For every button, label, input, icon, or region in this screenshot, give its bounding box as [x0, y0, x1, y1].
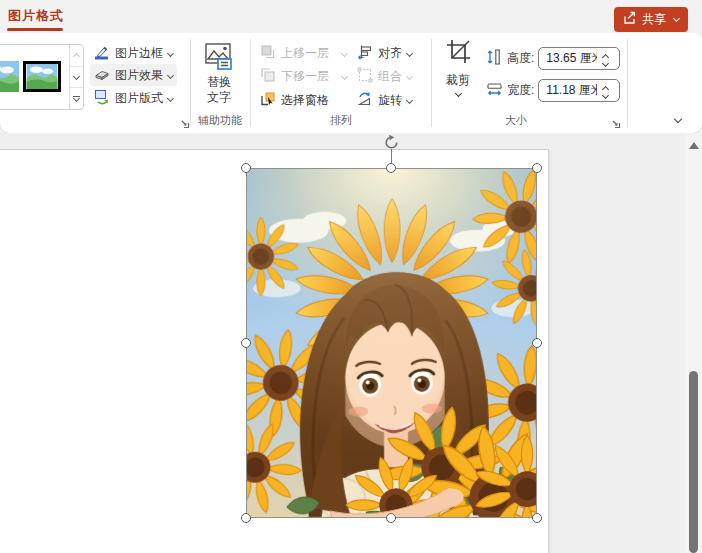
width-icon	[486, 80, 503, 101]
chevron-down-icon	[167, 94, 174, 101]
resize-handle-bottom-right[interactable]	[532, 513, 542, 523]
height-field-row: 高度:	[486, 47, 620, 70]
arrange-group-label: 排列	[310, 113, 372, 129]
gallery-scroll-down-button[interactable]	[70, 66, 83, 88]
chevron-down-icon	[73, 95, 80, 102]
align-icon	[357, 44, 373, 63]
height-spinner	[597, 52, 613, 66]
width-spinbox	[538, 79, 620, 102]
alt-text-image-icon	[204, 42, 234, 75]
resize-handle-top-left[interactable]	[241, 163, 251, 173]
picture-border-button[interactable]: 图片边框	[90, 42, 177, 64]
width-spinner	[597, 84, 613, 98]
width-label: 宽度:	[507, 82, 534, 99]
height-label: 高度:	[507, 50, 534, 67]
height-spinbox	[538, 47, 620, 70]
share-icon	[623, 11, 637, 28]
chevron-down-icon	[73, 72, 80, 79]
alt-text-label-line2: 文字	[207, 90, 231, 105]
picture-border-pen-icon	[94, 44, 110, 63]
collapse-ribbon-button[interactable]	[671, 113, 685, 127]
group-objects-icon	[357, 67, 373, 86]
rotate-label: 旋转	[378, 92, 402, 109]
alt-text-button[interactable]: 替换 文字	[196, 42, 242, 105]
picture-styles-gallery	[0, 44, 84, 110]
size-dialog-launcher[interactable]	[610, 115, 621, 126]
group-separator	[431, 39, 432, 127]
picture-layout-icon	[94, 89, 110, 108]
chevron-down-icon	[341, 49, 348, 56]
chevron-down-icon	[406, 72, 413, 79]
resize-handle-top-right[interactable]	[532, 163, 542, 173]
height-icon	[486, 48, 503, 69]
alt-text-label-line1: 替换	[207, 75, 231, 90]
bring-forward-button[interactable]: 上移一层	[256, 42, 351, 64]
group-separator	[250, 39, 251, 127]
chevron-down-icon	[674, 114, 682, 122]
group-label-text: 组合	[378, 68, 402, 85]
rotate-icon	[357, 91, 373, 110]
selected-picture[interactable]	[246, 168, 537, 518]
resize-handle-bottom-left[interactable]	[241, 513, 251, 523]
crop-icon	[445, 38, 472, 69]
ribbon: 图片边框 图片效果 图片版式 替换 文字 辅助功能 上移一层	[0, 33, 702, 133]
rotate-button[interactable]: 旋转	[353, 89, 416, 111]
group-separator	[190, 39, 191, 127]
gallery-more-button[interactable]	[70, 87, 83, 109]
send-backward-button[interactable]: 下移一层	[256, 65, 351, 87]
width-field-row: 宽度:	[486, 79, 620, 102]
picture-effects-label: 图片效果	[115, 67, 163, 84]
share-button[interactable]: 共享	[614, 7, 688, 32]
chevron-down-icon	[454, 90, 461, 97]
resize-handle-middle-left[interactable]	[241, 338, 251, 348]
gallery-scroll-controls	[69, 45, 83, 109]
resize-handle-middle-right[interactable]	[532, 338, 542, 348]
group-button[interactable]: 组合	[353, 65, 416, 87]
size-group-label: 大小	[486, 113, 546, 129]
crop-button[interactable]: 裁剪	[438, 38, 478, 96]
share-dropdown-chevron-icon[interactable]	[673, 15, 680, 22]
rotation-handle-icon[interactable]	[383, 134, 400, 151]
selection-pane-button[interactable]: 选择窗格	[256, 89, 333, 111]
gallery-scroll-up-button[interactable]	[70, 45, 83, 66]
picture-style-thumbnail-framed[interactable]	[23, 61, 61, 92]
tab-picture-format[interactable]: 图片格式	[8, 7, 64, 25]
share-label: 共享	[642, 11, 666, 28]
spinner-down-icon[interactable]	[602, 91, 609, 98]
width-input[interactable]	[539, 84, 597, 98]
align-label: 对齐	[378, 45, 402, 62]
crop-label: 裁剪	[446, 73, 470, 88]
chevron-down-icon	[341, 72, 348, 79]
bring-forward-label: 上移一层	[281, 45, 329, 62]
picture-effects-icon	[94, 66, 110, 85]
chevron-up-icon	[73, 53, 80, 60]
accessibility-group-label: 辅助功能	[192, 113, 248, 129]
selection-pane-icon	[260, 91, 276, 110]
scrollbar-thumb[interactable]	[689, 371, 698, 553]
picture-effects-button[interactable]: 图片效果	[90, 64, 177, 86]
ribbon-tab-row: 图片格式 共享	[0, 0, 702, 33]
sunflower-girl-illustration	[247, 169, 536, 517]
picture-layout-button[interactable]: 图片版式	[90, 87, 177, 109]
chevron-down-icon	[406, 96, 413, 103]
group-separator	[627, 39, 628, 127]
chevron-down-icon	[406, 49, 413, 56]
scrollbar-up-arrow-icon[interactable]	[689, 142, 699, 149]
chevron-down-icon	[167, 49, 174, 56]
rotation-handle-stem	[391, 149, 392, 163]
resize-handle-bottom-center[interactable]	[386, 513, 396, 523]
align-button[interactable]: 对齐	[353, 42, 416, 64]
picture-border-label: 图片边框	[115, 45, 163, 62]
selection-pane-label: 选择窗格	[281, 92, 329, 109]
slide-canvas[interactable]	[0, 133, 702, 553]
chevron-down-icon	[167, 71, 174, 78]
vertical-scrollbar[interactable]	[685, 133, 702, 553]
picture-styles-dialog-launcher[interactable]	[179, 115, 190, 126]
height-input[interactable]	[539, 52, 597, 66]
send-backward-icon	[260, 67, 276, 86]
send-backward-label: 下移一层	[281, 68, 329, 85]
spinner-down-icon[interactable]	[602, 59, 609, 66]
picture-style-thumbnail[interactable]	[0, 61, 19, 92]
active-tab-underline	[7, 28, 63, 31]
resize-handle-top-center[interactable]	[386, 163, 396, 173]
